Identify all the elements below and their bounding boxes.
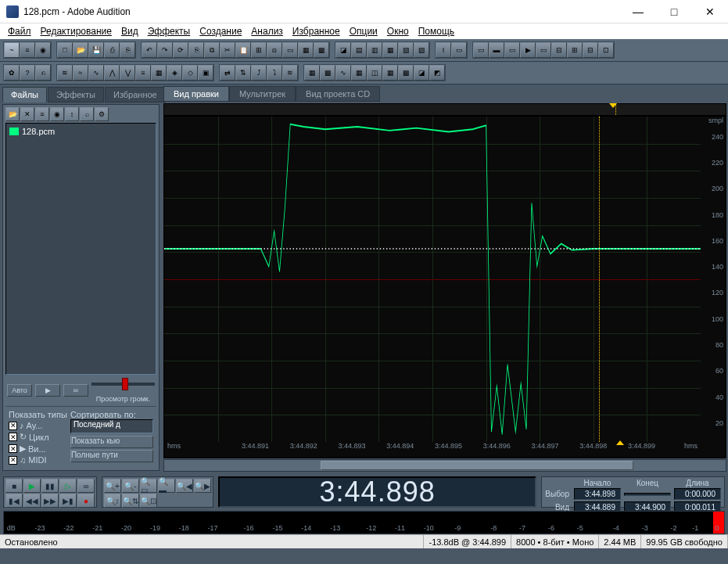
sel-end[interactable] (624, 493, 671, 496)
sort-button[interactable]: ↕ (65, 107, 79, 121)
vtab-multi[interactable]: Мультитрек (229, 86, 296, 102)
zoom-vert-out-button[interactable]: 🔍⇅ (122, 494, 139, 508)
settings-2-button[interactable]: ▥ (367, 42, 382, 58)
win-8-button[interactable]: ⊟ (583, 42, 598, 58)
zoom-out-button[interactable]: 🔍- (122, 479, 139, 493)
gen-2-button[interactable]: ▩ (320, 65, 335, 81)
undo-button[interactable]: ↶ (142, 42, 157, 58)
settings-3-button[interactable]: ▦ (382, 42, 398, 58)
play-preview-button[interactable]: ▶ (35, 384, 60, 397)
gen-1-button[interactable]: ▦ (304, 65, 320, 81)
pause-button[interactable]: ▮▮ (41, 479, 59, 493)
waveform-view[interactable]: smpl 240 220 200 180 160 140 120 100 80 … (163, 116, 726, 458)
tab-effects[interactable]: Эффекты (48, 87, 104, 102)
go-end-button[interactable]: ▶▮ (59, 494, 77, 508)
menu-options[interactable]: Опции (345, 26, 382, 37)
horizontal-scrollbar[interactable] (163, 459, 726, 472)
win-5-button[interactable]: ▭ (536, 42, 551, 58)
tool-a-button[interactable]: ▦ (298, 42, 314, 58)
close-file-button[interactable]: ✕ (20, 107, 34, 121)
fx-3-button[interactable]: ⎌ (35, 65, 51, 81)
auto-button[interactable]: Авто (7, 384, 32, 397)
redo-button[interactable]: ↷ (157, 42, 173, 58)
win-1-button[interactable]: ▭ (473, 42, 489, 58)
zoom-sel-button[interactable]: 🔍▬ (158, 479, 175, 493)
menu-create[interactable]: Создание (195, 26, 246, 37)
time-5-button[interactable]: ≋ (282, 65, 298, 81)
amp-1-button[interactable]: ≋ (57, 65, 73, 81)
win-6-button[interactable]: ⊟ (551, 42, 567, 58)
file-list[interactable]: 128.pcm (5, 123, 156, 375)
open-file-button[interactable]: 📂 (5, 107, 20, 121)
convert-button[interactable]: ◪ (335, 42, 351, 58)
options-button[interactable]: ⚙ (95, 107, 109, 121)
save-sel-button[interactable]: ⎘ (120, 42, 135, 58)
cut-button[interactable]: ✂ (220, 42, 235, 58)
record-button[interactable]: ● (77, 494, 95, 508)
amp-8-button[interactable]: ◈ (167, 65, 182, 81)
fx-2-button[interactable]: ? (20, 65, 35, 81)
paste-button[interactable]: 📋 (235, 42, 251, 58)
zoom-in-right-button[interactable]: 🔍▶ (194, 479, 211, 493)
chk-video[interactable]: ✕ (9, 444, 17, 453)
mode-multi-button[interactable]: ≡ (20, 42, 35, 58)
mode-edit-button[interactable]: ~ (4, 42, 20, 58)
vtab-edit[interactable]: Вид правки (163, 86, 229, 102)
menu-effects[interactable]: Эффекты (143, 26, 195, 37)
sel-start[interactable]: 3:44.898 (574, 488, 621, 500)
gen-5-button[interactable]: ◫ (367, 65, 382, 81)
copy-button[interactable]: ⧉ (204, 42, 220, 58)
chk-midi[interactable]: ✕ (9, 456, 17, 465)
gen-9-button[interactable]: ◩ (429, 65, 445, 81)
menu-favorites[interactable]: Избранное (288, 26, 345, 37)
stop-button[interactable]: ■ (5, 479, 23, 493)
zoom-in-button[interactable]: 🔍+ (104, 479, 121, 493)
save-button[interactable]: 💾 (88, 42, 104, 58)
repeat-button[interactable]: ⟳ (173, 42, 188, 58)
zoom-reset-button[interactable]: 🔍⊡ (140, 494, 157, 508)
tab-files[interactable]: Файлы (2, 87, 47, 102)
forward-button[interactable]: ▶▶ (41, 494, 59, 508)
win-2-button[interactable]: ▬ (489, 42, 504, 58)
bottom-marker-icon[interactable] (616, 440, 624, 445)
wave-area[interactable] (164, 117, 701, 442)
find-button[interactable]: ⌕ (80, 107, 94, 121)
show-cue-button[interactable]: Показать кью (70, 436, 153, 448)
time-display[interactable]: 3:44.898 (218, 476, 536, 508)
menu-view[interactable]: Вид (117, 26, 143, 37)
new-button[interactable]: □ (57, 42, 73, 58)
amp-7-button[interactable]: ▦ (151, 65, 167, 81)
full-path-button[interactable]: Полные пути (70, 450, 153, 462)
level-meter[interactable]: dB -23 -22 -21 -20 -19 -18 -17 -16 -15 -… (3, 511, 725, 534)
sort-select[interactable]: Последний д (70, 419, 153, 433)
settings-5-button[interactable]: ▨ (414, 42, 429, 58)
time-3-button[interactable]: ⤴ (251, 65, 267, 81)
menu-help[interactable]: Помощь (414, 26, 459, 37)
loop-button[interactable]: ∞ (77, 479, 95, 493)
amp-2-button[interactable]: ≈ (73, 65, 88, 81)
file-item[interactable]: 128.pcm (9, 127, 152, 136)
gen-4-button[interactable]: ▦ (351, 65, 367, 81)
save-as-button[interactable]: ⎙ (104, 42, 120, 58)
gen-7-button[interactable]: ▩ (398, 65, 414, 81)
amp-9-button[interactable]: ◇ (182, 65, 198, 81)
tool-b-button[interactable]: ▩ (314, 42, 329, 58)
settings-1-button[interactable]: ▤ (351, 42, 367, 58)
zoom-vert-in-button[interactable]: 🔍↕ (104, 494, 121, 508)
time-4-button[interactable]: ⤵ (267, 65, 282, 81)
zoom-full-button[interactable]: 🔍▭ (140, 479, 157, 493)
scrollbar-thumb[interactable] (321, 461, 633, 470)
win-7-button[interactable]: ⊞ (567, 42, 583, 58)
go-start-button[interactable]: ▮◀ (5, 494, 23, 508)
play-button[interactable]: ▶ (23, 479, 41, 493)
time-2-button[interactable]: ⇅ (235, 65, 251, 81)
sel-len[interactable]: 0:00.000 (674, 488, 721, 500)
settings-4-button[interactable]: ▧ (398, 42, 414, 58)
mode-cd-button[interactable]: ◉ (35, 42, 51, 58)
amp-6-button[interactable]: ≡ (135, 65, 151, 81)
maximize-button[interactable]: □ (656, 0, 692, 23)
loop-preview-button[interactable]: ∞ (63, 384, 88, 397)
marquee-button[interactable]: ▭ (451, 42, 467, 58)
vtab-cd[interactable]: Вид проекта CD (296, 86, 380, 102)
zoom-in-left-button[interactable]: 🔍◀ (176, 479, 193, 493)
